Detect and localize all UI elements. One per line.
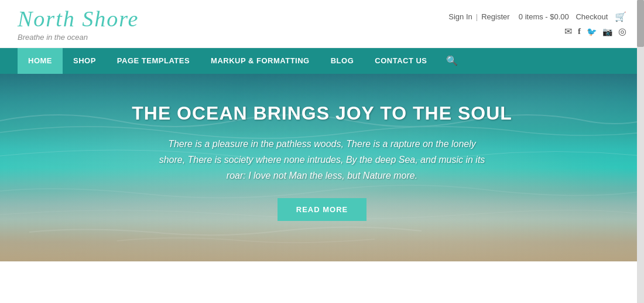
nav-blog[interactable]: BLOG [320, 48, 365, 74]
nav-page-templates[interactable]: PAGE TEMPLATES [107, 48, 200, 74]
site-tagline: Breathe in the ocean [18, 33, 139, 42]
header-top-links: Sign In | Register 0 items - $0.00 Check… [448, 11, 626, 22]
nav-markup-formatting[interactable]: MARKUP & FORMATTING [200, 48, 320, 74]
social-icons: ✉ f 🐦 📷 ◎ [564, 26, 626, 37]
divider: | [476, 12, 478, 21]
hero-text: There is a pleasure in the pathless wood… [158, 136, 486, 184]
nav-home[interactable]: HOME [18, 48, 63, 74]
header-right: Sign In | Register 0 items - $0.00 Check… [448, 11, 626, 37]
hero-section: THE OCEAN BRINGS JOY TO THE SOUL There i… [0, 74, 644, 261]
nav-shop[interactable]: SHOP [63, 48, 107, 74]
scrollbar-thumb[interactable] [637, 0, 644, 47]
tripadvisor-icon[interactable]: ◎ [618, 26, 626, 37]
register-link[interactable]: Register [481, 12, 509, 21]
mail-icon[interactable]: ✉ [564, 26, 572, 37]
instagram-icon[interactable]: 📷 [602, 27, 612, 36]
checkout-link[interactable]: Checkout [576, 12, 608, 21]
logo-area: North Shore Breathe in the ocean [18, 7, 139, 42]
facebook-icon[interactable]: f [578, 26, 581, 36]
cart-info: 0 items - $0.00 [519, 12, 569, 21]
site-logo[interactable]: North Shore [18, 7, 139, 32]
site-header: North Shore Breathe in the ocean Sign In… [0, 0, 644, 48]
twitter-icon[interactable]: 🐦 [587, 27, 597, 36]
cart-icon[interactable]: 🛒 [615, 11, 626, 22]
sign-in-link[interactable]: Sign In [448, 12, 472, 21]
hero-content: THE OCEAN BRINGS JOY TO THE SOUL There i… [85, 103, 559, 221]
read-more-button[interactable]: READ MORE [278, 198, 366, 221]
scrollbar-track[interactable] [637, 0, 644, 261]
nav-contact-us[interactable]: CONTACT US [364, 48, 437, 74]
main-nav: HOME SHOP PAGE TEMPLATES MARKUP & FORMAT… [0, 48, 644, 74]
search-icon[interactable]: 🔍 [440, 48, 464, 74]
hero-title: THE OCEAN BRINGS JOY TO THE SOUL [132, 103, 512, 124]
